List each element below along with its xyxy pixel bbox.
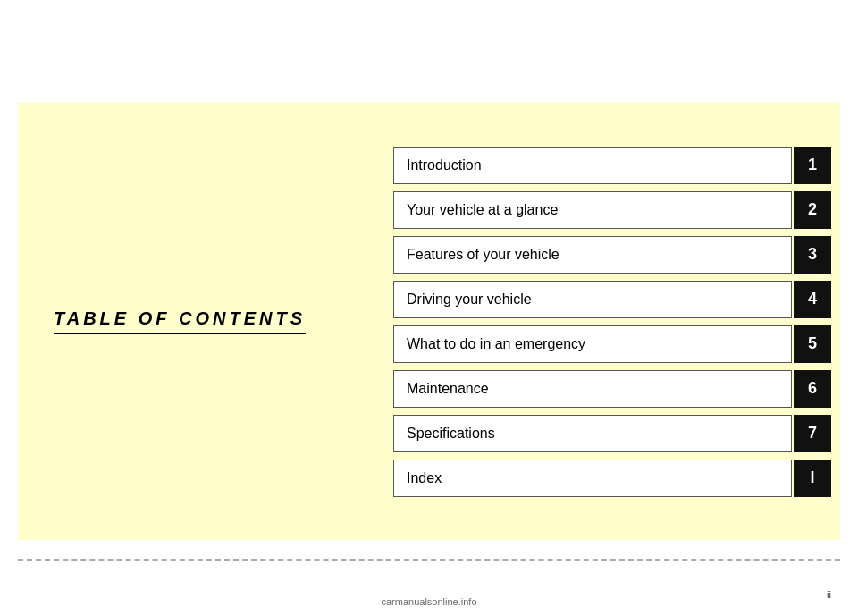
menu-number-1: 2: [794, 191, 831, 229]
watermark: carmanualsonline.info: [381, 596, 476, 607]
top-divider: [18, 97, 840, 97]
menu-number-2: 3: [794, 236, 831, 274]
menu-number-0: 1: [794, 147, 831, 184]
menu-label-3[interactable]: Driving your vehicle: [393, 281, 792, 318]
left-panel: TABLE OF CONTENTS: [18, 308, 393, 334]
page-container: TABLE OF CONTENTS Introduction1Your vehi…: [0, 0, 858, 616]
page-number: ii: [827, 589, 831, 600]
menu-number-7: I: [794, 460, 831, 497]
menu-label-1[interactable]: Your vehicle at a glance: [393, 191, 792, 229]
menu-label-5[interactable]: Maintenance: [393, 370, 792, 408]
menu-label-6[interactable]: Specifications: [393, 415, 792, 452]
menu-label-4[interactable]: What to do in an emergency: [393, 325, 792, 363]
menu-row[interactable]: IndexI: [393, 460, 831, 497]
right-panel: Introduction1Your vehicle at a glance2Fe…: [393, 147, 840, 497]
bottom-divider: [18, 544, 840, 544]
menu-row[interactable]: Driving your vehicle4: [393, 281, 831, 318]
menu-label-2[interactable]: Features of your vehicle: [393, 236, 792, 274]
menu-number-4: 5: [794, 325, 831, 363]
menu-label-0[interactable]: Introduction: [393, 147, 792, 184]
menu-row[interactable]: Specifications7: [393, 415, 831, 452]
menu-row[interactable]: Maintenance6: [393, 370, 831, 408]
menu-row[interactable]: What to do in an emergency5: [393, 325, 831, 363]
dashed-divider: [18, 559, 840, 561]
menu-label-7[interactable]: Index: [393, 460, 792, 497]
menu-row[interactable]: Your vehicle at a glance2: [393, 191, 831, 229]
menu-number-3: 4: [794, 281, 831, 318]
menu-row[interactable]: Introduction1: [393, 147, 831, 184]
menu-row[interactable]: Features of your vehicle3: [393, 236, 831, 274]
toc-title: TABLE OF CONTENTS: [54, 308, 306, 334]
menu-number-5: 6: [794, 370, 831, 408]
menu-number-6: 7: [794, 415, 831, 452]
content-area: TABLE OF CONTENTS Introduction1Your vehi…: [18, 103, 840, 540]
